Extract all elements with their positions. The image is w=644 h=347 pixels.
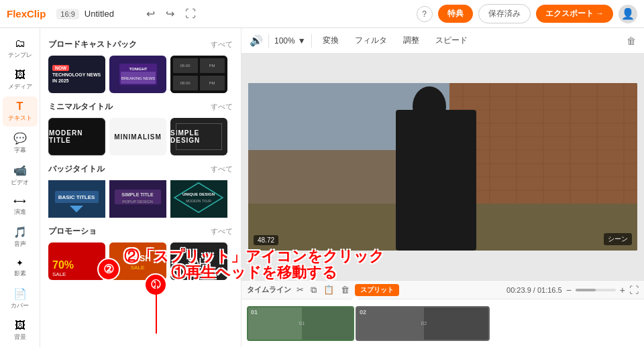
clip2-thumbnail: 02	[357, 306, 488, 341]
badge-card-1[interactable]: BASIC TITLES	[48, 180, 105, 218]
timeline-area: タイムライン ✂ ⧉ 📋 🗑 スプリット 00:23.9 / 01:16.5 −…	[241, 280, 644, 347]
promo-see-all[interactable]: すべて	[211, 226, 233, 236]
svg-text:FLASH: FLASH	[124, 254, 151, 263]
broadcast-cards-row: NOW TECHNOLOGY NEWS IN 2025 TONIGHT BREA…	[40, 53, 241, 96]
sidebar-label-subtitle: 字幕	[14, 146, 26, 155]
clip2-number: 02	[360, 309, 366, 316]
minimal-cards-row: MODERN TITLE MINIMALISM SIMPLE DESIGN ›	[40, 115, 241, 158]
fullscreen-button[interactable]: ⛶	[182, 7, 199, 21]
minimal-card-2[interactable]: MINIMALISM	[109, 118, 166, 155]
badge-card-2[interactable]: SIMPLE TITLE POPUP DESIGN	[109, 180, 166, 218]
redo-button[interactable]: ↪	[163, 6, 177, 21]
timeline-zoom-out-button[interactable]: −	[566, 285, 572, 295]
promo-card3-svg: SALE	[170, 242, 227, 280]
project-title-input[interactable]	[85, 9, 138, 19]
timeline-controls: 00:23.9 / 01:16.5 − + ⛶	[506, 285, 639, 295]
minimal-card-3[interactable]: SIMPLE DESIGN	[170, 118, 227, 155]
sidebar-item-subtitle[interactable]: 💬 字幕	[3, 128, 38, 159]
preview-image	[248, 83, 637, 251]
timeline-paste-button[interactable]: 📋	[322, 283, 335, 296]
volume-icon[interactable]: 🔊	[250, 34, 263, 47]
delete-icon[interactable]: 🗑	[627, 36, 636, 46]
main-layout: 🗂 テンプレ 🖼 メディア T テキスト 💬 字幕 📹 ビデオ ⟷ 演進 🎵 音…	[0, 28, 644, 347]
app-logo: FlexClip	[7, 8, 46, 19]
timeline-copy-button[interactable]: ⧉	[309, 283, 318, 297]
zoom-slider-track[interactable]	[576, 289, 616, 291]
split-button[interactable]: スプリット	[355, 284, 399, 296]
avatar[interactable]: 👤	[619, 5, 637, 23]
timeline-time-display: 00:23.9 / 01:16.5	[506, 286, 562, 294]
broadcast-card-2[interactable]: TONIGHT BREAKING NEWS	[109, 56, 166, 93]
zoom-control[interactable]: 100% ▼	[274, 36, 306, 46]
timeline-delete-button[interactable]: 🗑	[339, 283, 351, 296]
svg-text:BASIC TITLES: BASIC TITLES	[58, 194, 95, 200]
broadcast-card-1[interactable]: NOW TECHNOLOGY NEWS IN 2025	[48, 56, 105, 93]
timeline-expand-button[interactable]: ⛶	[629, 285, 639, 295]
filter-button[interactable]: フィルタ	[350, 33, 392, 48]
zoom-arrow-icon: ▼	[298, 36, 306, 46]
minimal-see-all[interactable]: すべて	[211, 102, 233, 112]
export-button[interactable]: エクスポート →	[536, 5, 613, 23]
svg-text:SALE: SALE	[131, 265, 144, 271]
clip1-thumbnail: 01	[248, 306, 353, 341]
sidebar-item-background[interactable]: 🖼 背景	[3, 316, 38, 346]
badge-card-3[interactable]: UNIQUE DESIGN MODERN TOUR	[170, 180, 227, 218]
timeline-zoom-in-button[interactable]: +	[620, 285, 625, 295]
toolbar-separator-2	[311, 34, 312, 48]
promo-card-2[interactable]: FLASH SALE	[109, 242, 166, 280]
time-label: 48.72	[254, 235, 278, 245]
badge-see-all[interactable]: すべて	[211, 164, 233, 174]
sidebar-item-text[interactable]: T テキスト	[3, 96, 38, 127]
broadcast-card-3[interactable]: 06:00 PM 08:00 PM	[170, 56, 227, 93]
promo-card-3[interactable]: SALE	[170, 242, 227, 280]
speed-button[interactable]: スピード	[430, 33, 473, 48]
help-button[interactable]: ?	[417, 6, 433, 22]
bc-card3-graphic: 06:00 PM 08:00 PM	[170, 56, 227, 93]
zoom-value: 100%	[274, 36, 295, 46]
sidebar-item-media[interactable]: 🖼 メディア	[3, 65, 38, 95]
aspect-ratio-badge[interactable]: 16:9	[56, 9, 78, 19]
sidebar-item-video[interactable]: 📹 ビデオ	[3, 160, 38, 191]
promo-section-header: プロモーショ すべて	[40, 220, 241, 240]
broadcast-section-header: ブロードキャストパック すべて	[40, 33, 241, 53]
svg-text:TONIGHT: TONIGHT	[129, 67, 147, 71]
sidebar-item-audio[interactable]: 🎵 音声	[3, 222, 38, 253]
svg-text:POPUP DESIGN: POPUP DESIGN	[122, 200, 153, 204]
timeline-clip-2[interactable]: 02 02	[356, 306, 490, 341]
video-toolbar: 🔊 100% ▼ 変換 フィルタ 調整 スピード 🗑	[241, 28, 644, 54]
left-content-panel: ブロードキャストパック すべて NOW TECHNOLOGY NEWS IN 2…	[40, 28, 241, 347]
video-icon: 📹	[13, 164, 27, 177]
playhead[interactable]	[354, 299, 356, 347]
timeline-clip-1[interactable]: 01 01	[247, 306, 354, 341]
cover-icon: 📄	[13, 287, 27, 300]
timeline-scissors-button[interactable]: ✂	[295, 283, 305, 296]
svg-rect-56	[357, 306, 424, 341]
svg-rect-57	[424, 306, 488, 341]
minimal-section-header: ミニマルタイトル すべて	[40, 96, 241, 115]
premium-button[interactable]: 特典	[438, 5, 473, 23]
minimal-card1-label: MODERN TITLE	[49, 129, 105, 144]
svg-text:UNIQUE DESIGN: UNIQUE DESIGN	[182, 192, 215, 196]
logo-text: Flex	[7, 8, 27, 19]
sidebar-label-audio: 音声	[14, 240, 26, 249]
promo-title: プロモーショ	[48, 226, 97, 237]
minimal-card-1[interactable]: MODERN TITLE	[48, 118, 105, 155]
promo-card2-svg: FLASH SALE	[109, 242, 166, 280]
badge-section-header: バッジタイトル すべて	[40, 158, 241, 178]
svg-text:SIMPLE TITLE: SIMPLE TITLE	[121, 192, 154, 197]
sidebar-item-cover[interactable]: 📄 カバー	[3, 283, 38, 314]
broadcast-see-all[interactable]: すべて	[211, 40, 233, 50]
sidebar-label-text: テキスト	[8, 114, 32, 123]
promo-percent: 70%	[52, 259, 74, 271]
save-button[interactable]: 保存済み	[478, 4, 531, 23]
transition-icon: ⟷	[13, 196, 26, 206]
transform-button[interactable]: 変換	[317, 33, 344, 48]
promo-card-1[interactable]: 70% SALE	[48, 242, 105, 280]
sidebar-item-template[interactable]: 🗂 テンプレ	[3, 33, 38, 64]
undo-button[interactable]: ↩	[144, 6, 158, 21]
adjust-button[interactable]: 調整	[398, 33, 425, 48]
zoom-slider-fill	[576, 289, 596, 291]
sidebar-item-transition[interactable]: ⟷ 演進	[3, 192, 38, 220]
toolbar-separator-1	[268, 34, 269, 48]
sidebar-item-effect[interactable]: ✦ 影素	[3, 254, 38, 282]
